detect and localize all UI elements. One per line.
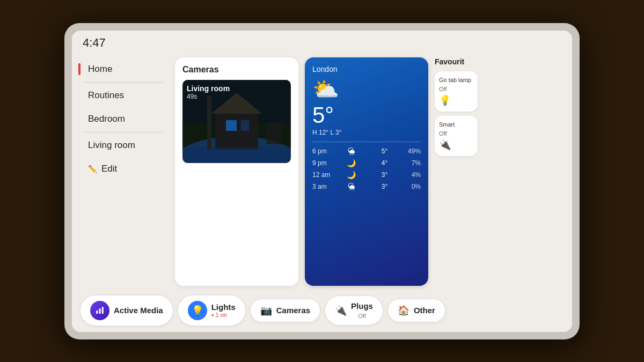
camera-thumbnail: Living room 49s (182, 80, 291, 163)
sidebar-item-home[interactable]: Home (83, 57, 169, 81)
weather-temperature: 5° (312, 104, 421, 127)
svg-rect-7 (183, 147, 290, 163)
weather-city: London (312, 65, 421, 73)
lights-sublabel: 1 on (211, 312, 227, 318)
svg-rect-10 (96, 311, 98, 314)
svg-rect-5 (226, 120, 237, 131)
weather-row-1: 9 pm 🌙 4° 7% (312, 157, 421, 169)
plugs-button[interactable]: 🔌 Plugs Off (325, 296, 383, 325)
active-media-text: Active Media (114, 306, 163, 315)
lights-text: Lights 1 on (211, 302, 236, 318)
fav-lamp-status: Off (439, 86, 447, 92)
cameras-button[interactable]: 📷 Cameras (251, 299, 320, 322)
fav-item-smart[interactable]: Smart Off 🔌 (435, 116, 478, 156)
svg-rect-6 (241, 120, 249, 131)
weather-divider (312, 142, 421, 142)
other-icon: 🏠 (398, 305, 409, 316)
active-media-icon (90, 301, 109, 320)
pencil-icon: ✏️ (88, 165, 97, 173)
svg-rect-8 (207, 96, 211, 150)
sidebar-item-living-room[interactable]: Living room (83, 134, 169, 157)
weather-row-3: 3 am 🌦 3° 0% (312, 181, 421, 193)
camera-card-title: Cameras (182, 65, 291, 75)
svg-rect-11 (99, 308, 101, 314)
status-bar: 4:47 (72, 31, 572, 52)
edit-button[interactable]: ✏️ Edit (83, 157, 169, 181)
fav-smart-status: Off (439, 130, 447, 137)
sidebar-divider-1 (83, 82, 163, 83)
camera-card[interactable]: Cameras (175, 57, 298, 286)
sidebar: Home Routines Bedroom Living room ✏️ Edi… (72, 52, 169, 291)
weather-icon: ⛅ (312, 77, 421, 102)
fav-item-lamp[interactable]: Go tab lamp Off 💡 (435, 71, 478, 112)
plugs-icon: 🔌 (335, 305, 347, 316)
main-area: Home Routines Bedroom Living room ✏️ Edi… (72, 52, 572, 291)
sidebar-item-routines[interactable]: Routines (83, 84, 169, 107)
lights-icon: 💡 (188, 301, 207, 320)
screen: 4:47 Home Routines Bedroom Living room (72, 31, 572, 332)
favorites-title: Favourit (435, 57, 478, 66)
cameras-icon: 📷 (260, 305, 272, 316)
other-button[interactable]: 🏠 Other (388, 299, 445, 322)
camera-duration: 49s (187, 93, 230, 100)
weather-hi-lo: H 12° L 3° (312, 129, 421, 136)
camera-overlay: Living room 49s (187, 84, 230, 100)
active-media-button[interactable]: Active Media (80, 295, 173, 326)
sidebar-item-bedroom[interactable]: Bedroom (83, 107, 169, 131)
clock: 4:47 (83, 36, 106, 50)
sidebar-divider-2 (83, 132, 163, 132)
lights-button[interactable]: 💡 Lights 1 on (178, 295, 245, 326)
svg-rect-12 (102, 307, 104, 314)
svg-rect-9 (266, 123, 282, 144)
device-frame: 4:47 Home Routines Bedroom Living room (64, 23, 580, 339)
fav-smart-label: Smart (439, 121, 455, 128)
content-area: Cameras (169, 52, 572, 291)
smart-icon: 🔌 (439, 139, 451, 151)
lamp-icon: 💡 (439, 94, 451, 106)
fav-lamp-label: Go tab lamp (439, 77, 471, 84)
favorites-panel: Favourit Go tab lamp Off 💡 Smart Off � (435, 57, 478, 286)
camera-room-name: Living room (187, 84, 230, 93)
bottom-bar: Active Media 💡 Lights 1 on 📷 Cameras (72, 291, 572, 332)
weather-row-2: 12 am 🌙 3° 4% (312, 169, 421, 181)
weather-row-0: 6 pm 🌦 5° 49% (312, 145, 421, 157)
weather-card[interactable]: London ⛅ 5° H 12° L 3° 6 pm 🌦 5° 49% 9 p… (305, 57, 428, 286)
